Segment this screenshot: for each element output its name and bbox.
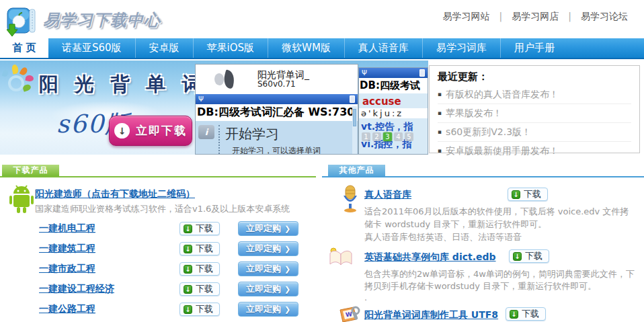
link-separator: |: [568, 11, 571, 22]
battery-icon: [350, 95, 355, 103]
update-item[interactable]: ▪苹果版发布！: [438, 104, 631, 123]
app-logo-icon: [214, 73, 224, 85]
vocab-phonetic: ə'kju:z: [359, 108, 428, 118]
order-button[interactable]: 立即定购❯: [238, 221, 298, 236]
link-forum[interactable]: 易学习论坛: [581, 11, 628, 22]
link-separator: |: [499, 11, 503, 22]
order-button[interactable]: 立即定购❯: [238, 302, 298, 317]
recent-updates-panel: 最近更新： ▪有版权的真人语音库发布！ ▪苹果版发布！ ▪s60更新到V2.3版…: [429, 65, 640, 153]
page-number-active[interactable]: 3: [383, 132, 392, 141]
bullet-icon: ▪: [438, 128, 442, 135]
update-item[interactable]: ▪有版权的真人语音库发布！: [438, 85, 631, 104]
page-number[interactable]: 2: [372, 132, 381, 141]
menu-item-start-study: 开始学习: [225, 125, 321, 143]
page-number[interactable]: 5: [405, 132, 413, 141]
download-arrow-icon: ↓: [512, 190, 520, 199]
vocab-word: accuse: [362, 95, 428, 108]
top-links: 易学习网站|易学习网店|易学习论坛: [436, 11, 635, 23]
nav-tab-home[interactable]: 首 页: [0, 38, 48, 58]
tool-book-icon: W: [339, 306, 360, 322]
download-arrow-icon: ↓: [184, 225, 192, 233]
product-link-dict-tool[interactable]: 阳光背单词词库制作工具 UTF8: [364, 309, 498, 321]
tab-other-products: 其他产品: [328, 165, 385, 176]
order-button[interactable]: 立即定购❯: [238, 241, 298, 256]
product-link-builder[interactable]: 阳光建造师（点击有下载地址二维码）: [35, 188, 195, 200]
scrollbar: [352, 106, 357, 155]
product-link-example-db[interactable]: 英语基础共享例句库 dict.edb: [364, 251, 496, 264]
antenna-icon: Ψ: [198, 95, 204, 103]
download-button[interactable]: ↓下载: [506, 307, 546, 321]
db-info-line: DB:四级考试: [359, 78, 428, 93]
nav-tab-dictionary[interactable]: 易学习词库: [422, 38, 500, 58]
chevron-right-icon: ❯: [284, 245, 290, 253]
download-arrow-icon: ↓: [513, 252, 522, 261]
download-arrow-icon: ↓: [184, 285, 192, 294]
example-desc-2: 拷贝到手机存储卡wordstudy 目录下，重新运行软件即可。: [364, 280, 596, 292]
page-number[interactable]: 1: [362, 132, 370, 141]
item-link-jidian[interactable]: 一建机电工程: [39, 223, 95, 235]
download-button[interactable]: ↓下载: [179, 242, 220, 255]
banner-download-button[interactable]: ↓ 立即下载: [109, 116, 192, 146]
download-button[interactable]: ↓下载: [509, 249, 549, 263]
nav-tab-voice-library[interactable]: 真人语音库: [344, 38, 422, 58]
status-bar: Ψ: [196, 94, 358, 104]
site-title: 易学习下载中心: [43, 9, 161, 31]
voice-desc-2: 储卡 wordstudy 目录下，重新运行软件即可。: [364, 218, 547, 231]
page-number[interactable]: 4: [394, 132, 403, 141]
link-shop[interactable]: 易学习网店: [512, 11, 559, 22]
app-screenshot-word: Ψ DB:四级考试 accuse ə'kju:z vt.控告，指 vi.指控，指…: [358, 67, 428, 155]
voice-desc-1: 适合2011年06月以后版本的软件使用，下载后将 voice.edv 文件拷: [364, 206, 629, 218]
order-button[interactable]: 立即定购❯: [238, 261, 298, 276]
section-underline: [0, 176, 316, 177]
microphone-icon: [340, 185, 360, 213]
product-desc-builder: 国家建造师职业资格考试练习软件，适合v1.6及以上版本安卓系统: [35, 203, 290, 215]
download-button[interactable]: ↓下载: [179, 262, 220, 276]
example-desc-dot: .: [364, 292, 367, 303]
page: 易学习下载中心 易学习网站|易学习网店|易学习论坛 首 页 诺基亚S60版 安卓…: [0, 0, 644, 322]
info-icon: i: [198, 125, 214, 139]
section-underline: [322, 176, 644, 177]
status-bar: Ψ: [359, 68, 428, 78]
site-logo[interactable]: 易学习下载中心: [5, 3, 161, 37]
product-link-voice-library[interactable]: 真人语音库: [364, 189, 411, 201]
updates-title: 最近更新：: [438, 71, 631, 83]
bullet-icon: ▪: [438, 110, 442, 116]
item-link-gonglu[interactable]: 一建公路工程: [39, 303, 95, 315]
download-arrow-icon: ↓: [184, 305, 192, 314]
nav-tab-android[interactable]: 安卓版: [135, 38, 193, 58]
link-website[interactable]: 易学习网站: [443, 11, 490, 22]
order-button[interactable]: 立即定购❯: [238, 282, 298, 296]
bullet-icon: ▪: [438, 91, 442, 97]
bullet-icon: ▪: [438, 147, 442, 154]
update-item[interactable]: ▪安卓版最新使用手册发布！: [438, 142, 631, 160]
promo-banner: 阳 光 背 单 词 s60版 ↓ 立即下载 阳光背单词_ S60v0.71 Ψ …: [0, 61, 428, 155]
app-screenshot-main: 阳光背单词_ S60v0.71 Ψ DB:四级考试词汇必备 WS:730 i 开…: [195, 64, 358, 155]
download-button[interactable]: ↓下载: [179, 303, 220, 316]
download-arrow-icon: ↓: [184, 245, 192, 253]
banner-title: 阳 光 背 单 词: [39, 71, 206, 98]
update-item[interactable]: ▪s60更新到V2.3版！: [438, 123, 631, 142]
nav-tab-manual[interactable]: 用户手册: [500, 38, 568, 58]
download-arrow-icon: ↓: [184, 265, 192, 274]
main-nav: 首 页 诺基亚S60版 安卓版 苹果iOS版 微软WM版 真人语音库 易学习词库…: [0, 38, 644, 59]
nav-tab-ios[interactable]: 苹果iOS版: [193, 38, 268, 58]
item-link-jingji[interactable]: 一建建设工程经济: [39, 283, 114, 295]
nav-tab-wm[interactable]: 微软WM版: [268, 38, 344, 58]
antenna-icon: Ψ: [362, 69, 367, 77]
schoolbag-download-icon: [5, 3, 38, 37]
item-link-shizheng[interactable]: 一建市政工程: [39, 263, 95, 275]
pagination: 1 2 3 4 5: [362, 132, 413, 141]
app-name: 阳光背单词_: [257, 69, 309, 80]
item-link-jianzhu[interactable]: 一建建筑工程: [39, 243, 95, 255]
nav-tab-nokia-s60[interactable]: 诺基亚S60版: [48, 38, 135, 58]
voice-desc-3: 真人语音库包括英语、日语、法语等语音: [364, 231, 522, 243]
download-button[interactable]: ↓下载: [508, 188, 548, 201]
app-version: S60v0.71: [257, 80, 309, 89]
sun-logo-icon: [3, 65, 36, 95]
vocab-meaning-vt: vt.控告，指: [361, 121, 428, 133]
example-book-icon: [327, 246, 354, 268]
chevron-right-icon: ❯: [284, 225, 290, 233]
db-info-line: DB:四级考试词汇必备 WS:730: [196, 104, 358, 121]
download-button[interactable]: ↓下载: [179, 222, 220, 235]
download-button[interactable]: ↓下载: [179, 282, 220, 296]
